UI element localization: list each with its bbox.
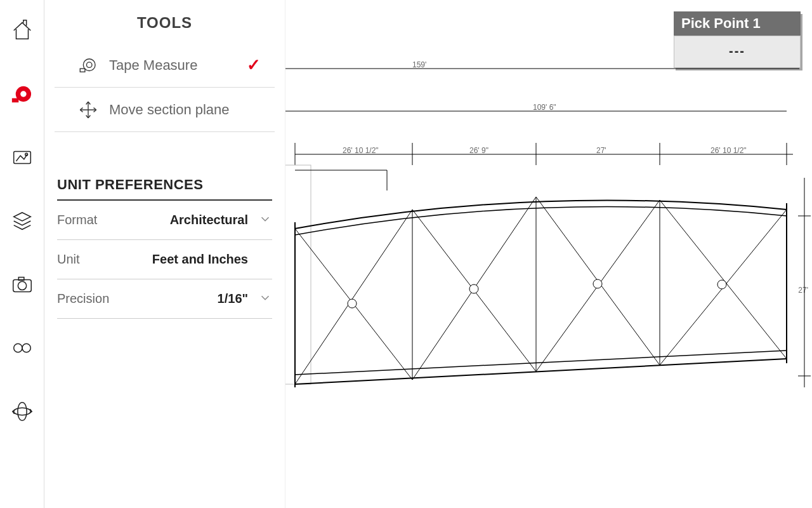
panel-title: TOOLS (44, 0, 285, 43)
svg-rect-2 (11, 98, 18, 103)
pref-unit[interactable]: Unit Feet and Inches (57, 240, 272, 279)
svg-rect-7 (18, 277, 24, 281)
tools-panel: TOOLS Tape Measure ✓ Move section plane … (44, 0, 285, 508)
left-rail (0, 0, 44, 508)
svg-rect-13 (80, 69, 85, 72)
svg-point-6 (18, 281, 26, 290)
pref-format[interactable]: Format Architectural (57, 201, 272, 240)
svg-point-12 (86, 62, 92, 67)
pref-precision[interactable]: Precision 1/16" (57, 279, 272, 319)
svg-point-1 (20, 91, 27, 97)
camera-icon[interactable] (10, 272, 35, 297)
home-icon[interactable] (10, 18, 35, 43)
orbit-icon[interactable] (10, 399, 35, 424)
check-icon: ✓ (247, 55, 261, 75)
tool-tape-measure[interactable]: Tape Measure ✓ (55, 43, 275, 88)
svg-point-4 (25, 153, 27, 156)
pref-value: Feet and Inches (152, 252, 258, 267)
move-section-icon (74, 99, 103, 121)
pref-label: Format (57, 213, 97, 227)
tool-label: Tape Measure (103, 57, 247, 74)
pref-value: Architectural (170, 213, 258, 227)
svg-point-38 (469, 284, 478, 293)
chevron-down-icon (258, 212, 272, 229)
layers-icon[interactable] (10, 208, 35, 234)
pref-label: Unit (57, 252, 80, 267)
status-title: Pick Point 1 (674, 11, 801, 36)
tape-measure-tool-icon[interactable] (10, 81, 35, 107)
pref-value: 1/16" (218, 291, 258, 306)
svg-point-10 (13, 408, 30, 415)
svg-point-39 (593, 279, 602, 288)
pref-label: Precision (57, 291, 109, 306)
svg-line-30 (295, 210, 412, 384)
tool-move-section-plane[interactable]: Move section plane (55, 88, 275, 132)
scenes-icon[interactable] (10, 145, 35, 170)
svg-point-40 (717, 280, 726, 289)
svg-rect-22 (285, 165, 311, 384)
measurement-status: Pick Point 1 --- (674, 11, 801, 68)
tool-label: Move section plane (103, 102, 261, 118)
unit-prefs-title: UNIT PREFERENCES (57, 177, 272, 201)
drawing-svg (285, 0, 812, 508)
tape-measure-icon (74, 55, 103, 76)
svg-point-9 (22, 344, 30, 352)
view-icon[interactable] (10, 335, 35, 361)
chevron-down-icon (258, 291, 272, 307)
status-value: --- (674, 36, 801, 68)
svg-point-8 (13, 344, 22, 352)
svg-line-35 (660, 200, 787, 359)
model-viewport[interactable]: Pick Point 1 --- 159' 109' 6" 26' 10 1/2… (285, 0, 812, 508)
svg-point-37 (348, 299, 357, 308)
